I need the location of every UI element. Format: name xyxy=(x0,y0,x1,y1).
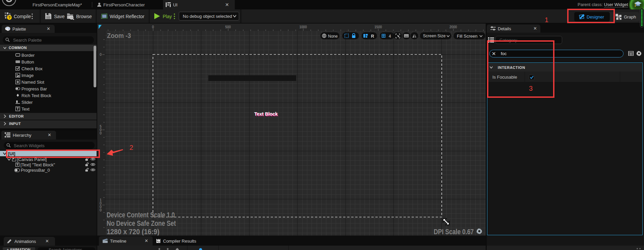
svg-text:0: 0 xyxy=(152,25,154,29)
svg-text:1500: 1500 xyxy=(374,25,382,29)
svg-text:1000: 1000 xyxy=(299,25,307,29)
svg-text:0: 0 xyxy=(100,53,102,56)
svg-text:2000: 2000 xyxy=(449,25,457,29)
svg-text:500: 500 xyxy=(225,25,231,29)
svg-text:0: 0 xyxy=(100,208,102,212)
svg-text:0: 0 xyxy=(100,131,102,135)
svg-text:?: ? xyxy=(8,15,11,19)
